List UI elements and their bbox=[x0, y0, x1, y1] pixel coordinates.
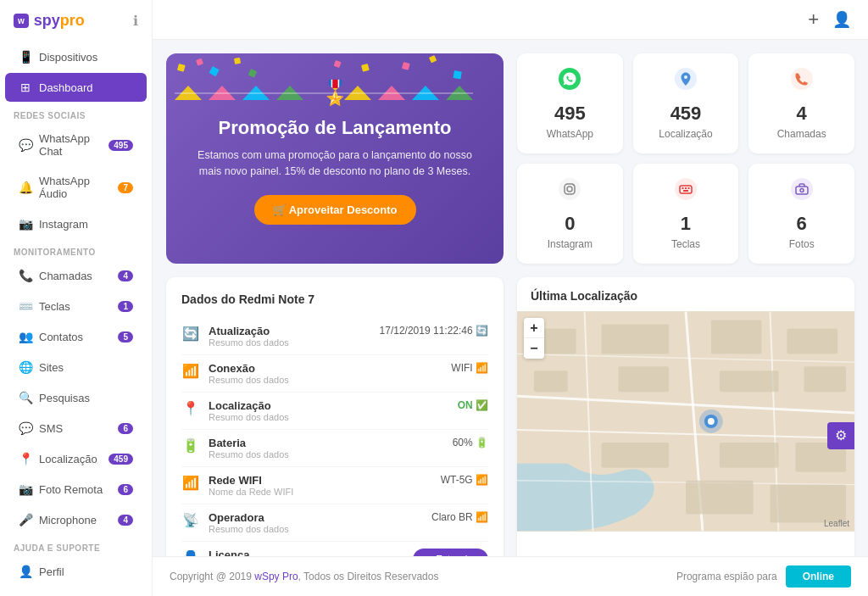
sidebar-item-sites[interactable]: 🌐 Sites bbox=[5, 353, 147, 382]
sidebar-item-label: Dashboard bbox=[39, 81, 133, 94]
svg-rect-28 bbox=[682, 187, 683, 189]
stat-card-whatsapp: 495 WhatsApp bbox=[517, 53, 623, 153]
loc-row-content: Localização Resumo dos dados bbox=[209, 399, 449, 422]
extend-button[interactable]: ✦ Estender bbox=[413, 549, 488, 556]
user-menu-button[interactable]: 👤 bbox=[832, 10, 851, 29]
stats-grid: 495 WhatsApp 459 Localização 4 bbox=[517, 53, 854, 264]
section-redes-label: REDES SOCIAIS bbox=[0, 103, 152, 124]
device-row-wifi: 📶 Rede WIFI Nome da Rede WIFI WT-5G 📶 bbox=[181, 467, 488, 504]
svg-point-22 bbox=[559, 178, 581, 200]
sidebar-item-suporte[interactable]: ℹ Suporte › bbox=[5, 588, 147, 596]
operadora-icon: 📡 bbox=[181, 512, 200, 528]
device-row-bateria: 🔋 Bateria Resumo dos dados 60% 🔋 bbox=[181, 430, 488, 467]
bottom-grid: Dados do Redmi Note 7 🔄 Atualização Resu… bbox=[166, 277, 854, 556]
sidebar-item-label: WhatsApp Chat bbox=[39, 132, 102, 158]
atualizacao-sub: Resumo dos dados bbox=[209, 337, 371, 348]
sidebar-item-perfil[interactable]: 👤 Perfil bbox=[5, 557, 147, 586]
sidebar-item-label: Microphone bbox=[39, 514, 111, 526]
sidebar-item-chamadas[interactable]: 📞 Chamadas 4 bbox=[5, 261, 147, 290]
teclas-stat-number: 1 bbox=[681, 213, 691, 235]
leaflet-attribution: Leaflet bbox=[824, 519, 849, 528]
sidebar-item-localizacao[interactable]: 📍 Localização 459 bbox=[5, 444, 147, 473]
sidebar-item-microphone[interactable]: 🎤 Microphone 4 bbox=[5, 505, 147, 534]
promo-button[interactable]: 🛒 Aproveitar Desconto bbox=[254, 195, 416, 225]
sidebar-item-label: SMS bbox=[39, 422, 111, 435]
sms-badge: 6 bbox=[118, 423, 133, 434]
chamadas-stat-icon bbox=[790, 67, 814, 96]
svg-rect-1 bbox=[196, 58, 203, 66]
promo-icon: 🎖️ bbox=[190, 79, 480, 107]
section-monitor-label: MONITORAMENTO bbox=[0, 239, 152, 260]
perfil-icon: 👤 bbox=[19, 565, 32, 578]
atualizacao-icon: 🔄 bbox=[181, 326, 200, 342]
localizacao-stat-label: Localização bbox=[659, 128, 712, 140]
conexao-title: Conexão bbox=[209, 362, 442, 375]
svg-rect-18 bbox=[361, 64, 370, 72]
svg-rect-3 bbox=[234, 58, 241, 64]
contatos-icon: 👥 bbox=[19, 330, 32, 343]
map-zoom-controls: + − bbox=[524, 318, 544, 359]
device-row-conexao: 📶 Conexão Resumo dos dados WIFI 📶 bbox=[181, 355, 488, 393]
wifi-sub: Nome da Rede WIFI bbox=[209, 487, 432, 497]
teclas-badge: 1 bbox=[118, 301, 133, 312]
promo-card: 🎖️ Promoção de Lançamento Estamos com um… bbox=[166, 53, 504, 264]
instagram-stat-number: 0 bbox=[565, 213, 575, 235]
conexao-sub: Resumo dos dados bbox=[209, 375, 442, 385]
whatsapp-audio-badge: 7 bbox=[118, 182, 133, 193]
svg-rect-47 bbox=[534, 370, 568, 392]
svg-rect-46 bbox=[787, 329, 837, 354]
sidebar-item-label: Perfil bbox=[39, 565, 133, 578]
stat-card-teclas: 1 Teclas bbox=[633, 164, 739, 264]
teclas-stat-label: Teclas bbox=[671, 238, 700, 250]
whatsapp-stat-number: 495 bbox=[554, 103, 586, 125]
sidebar-item-sms[interactable]: 💬 SMS 6 bbox=[5, 414, 147, 443]
wifi-icon: 📶 bbox=[181, 475, 200, 491]
atualizacao-content: Atualização Resumo dos dados bbox=[209, 325, 371, 348]
stat-card-fotos: 6 Fotos bbox=[748, 164, 854, 264]
whatsapp-stat-icon bbox=[558, 67, 581, 96]
info-icon[interactable]: ℹ bbox=[133, 13, 138, 29]
svg-rect-45 bbox=[711, 320, 762, 354]
microphone-badge: 4 bbox=[118, 515, 133, 526]
fotos-stat-icon bbox=[790, 177, 814, 206]
sidebar-item-contatos[interactable]: 👥 Contatos 5 bbox=[5, 322, 147, 351]
sidebar-item-dashboard[interactable]: ⊞ Dashboard bbox=[5, 73, 147, 102]
sidebar-item-label: Pesquisas bbox=[39, 392, 133, 404]
localizacao-stat-icon bbox=[674, 67, 698, 96]
sidebar-item-instagram[interactable]: 📷 Instagram bbox=[5, 209, 147, 238]
map-zoom-out[interactable]: − bbox=[524, 338, 544, 359]
add-button[interactable]: + bbox=[808, 8, 819, 31]
sidebar-item-label: Localização bbox=[39, 453, 102, 465]
sites-icon: 🌐 bbox=[19, 360, 32, 374]
wifi-value: WT-5G 📶 bbox=[441, 474, 488, 486]
operadora-sub: Resumo dos dados bbox=[209, 524, 423, 534]
operadora-value: Claro BR 📶 bbox=[431, 511, 488, 523]
footer-brand-link[interactable]: wSpy Pro bbox=[254, 571, 298, 582]
svg-rect-7 bbox=[453, 70, 461, 79]
map-title: Última Localização bbox=[517, 277, 854, 311]
settings-fab[interactable]: ⚙ bbox=[827, 422, 854, 449]
sidebar-item-label: Instagram bbox=[39, 218, 133, 231]
chamadas-stat-number: 4 bbox=[797, 103, 807, 125]
map-card: Última Localização bbox=[517, 277, 854, 556]
atualizacao-title: Atualização bbox=[209, 325, 371, 337]
topbar: + 👤 bbox=[153, 0, 868, 40]
licenca-title: Licença bbox=[209, 549, 404, 556]
device-card-title: Dados do Redmi Note 7 bbox=[181, 292, 488, 306]
sidebar-item-whatsapp-chat[interactable]: 💬 WhatsApp Chat 495 bbox=[5, 125, 147, 165]
sidebar-item-foto-remota[interactable]: 📷 Foto Remota 6 bbox=[5, 475, 147, 504]
online-badge: Online bbox=[786, 565, 851, 588]
map-zoom-in[interactable]: + bbox=[524, 318, 544, 338]
sidebar-item-label: Dispositivos bbox=[39, 51, 133, 64]
dashboard-icon: ⊞ bbox=[19, 81, 32, 94]
map-container: + − Leaflet bbox=[517, 311, 854, 532]
sidebar-item-dispositivos[interactable]: 📱 Dispositivos bbox=[5, 42, 147, 71]
footer-right: Programa espião para Online bbox=[676, 565, 851, 588]
whatsapp-chat-icon: 💬 bbox=[19, 138, 32, 152]
sidebar-item-whatsapp-audio[interactable]: 🔔 WhatsApp Áudio 7 bbox=[5, 167, 147, 208]
loc-row-sub: Resumo dos dados bbox=[209, 412, 449, 422]
sidebar-item-teclas[interactable]: ⌨️ Teclas 1 bbox=[5, 292, 147, 320]
device-row-atualizacao: 🔄 Atualização Resumo dos dados 17/12/201… bbox=[181, 318, 488, 355]
svg-rect-4 bbox=[248, 69, 258, 78]
sidebar-item-pesquisas[interactable]: 🔍 Pesquisas bbox=[5, 383, 147, 412]
